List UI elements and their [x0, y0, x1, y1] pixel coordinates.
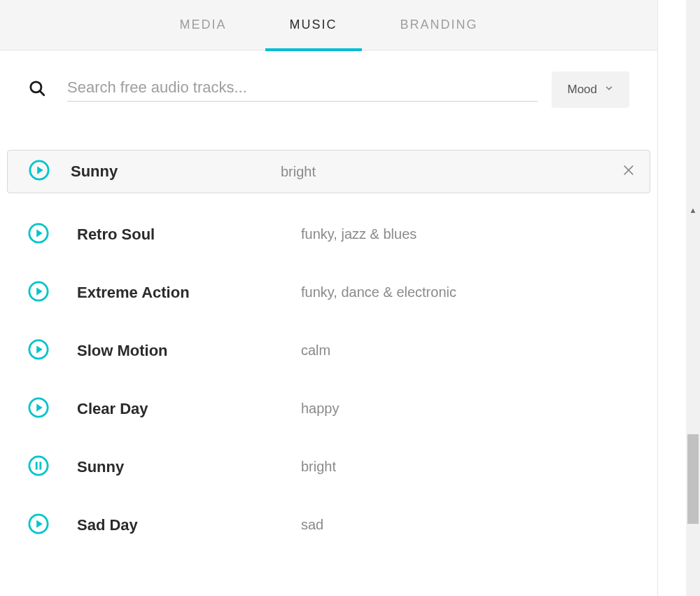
track-tags: sad [301, 517, 323, 533]
tab-media[interactable]: MEDIA [179, 0, 226, 50]
svg-rect-17 [36, 462, 38, 469]
top-tabs: MEDIA MUSIC BRANDING [0, 0, 657, 50]
svg-line-1 [40, 91, 44, 95]
search-icon [28, 79, 46, 100]
svg-point-16 [29, 456, 48, 474]
tab-branding[interactable]: BRANDING [400, 0, 478, 50]
track-list: Ofelia's Dream sad Retro Soul funky, jaz… [0, 190, 657, 596]
selected-track-bar[interactable]: Sunny bright [7, 150, 650, 193]
track-title: Clear Day [77, 400, 301, 418]
search-input[interactable] [67, 78, 538, 97]
track-title: Extreme Action [77, 284, 301, 302]
search-row: Mood [0, 50, 657, 122]
track-tags: funky, dance & electronic [301, 284, 456, 300]
page-scrollbar[interactable]: ▲ [686, 0, 700, 596]
track-row[interactable]: Retro Soul funky, jazz & blues [0, 205, 657, 263]
selected-track-title: Sunny [71, 162, 281, 181]
track-row[interactable]: Sad Day sad [0, 496, 657, 554]
mood-filter-button[interactable]: Mood [552, 71, 629, 108]
play-icon[interactable] [28, 281, 49, 305]
close-icon[interactable] [622, 163, 636, 180]
track-row[interactable]: Extreme Action funky, dance & electronic [0, 263, 657, 321]
svg-marker-9 [36, 229, 42, 237]
play-icon[interactable] [29, 160, 50, 183]
track-tags: calm [301, 342, 330, 359]
track-row[interactable]: Ofelia's Dream sad [0, 190, 657, 205]
svg-marker-15 [36, 403, 42, 411]
mood-filter-label: Mood [567, 83, 597, 97]
scrollbar-thumb[interactable] [687, 434, 699, 524]
selected-track-tags: bright [281, 164, 622, 180]
svg-marker-20 [36, 520, 42, 527]
track-title: Sad Day [77, 516, 301, 534]
play-icon[interactable] [28, 397, 49, 421]
track-row[interactable]: Slow Motion calm [0, 321, 657, 380]
svg-marker-13 [36, 345, 42, 353]
chevron-down-icon [604, 83, 614, 97]
track-tags: bright [301, 459, 336, 475]
track-row[interactable]: Sunny bright [0, 438, 657, 496]
track-title: Retro Soul [77, 226, 301, 244]
play-icon[interactable] [28, 513, 49, 537]
play-icon[interactable] [28, 223, 49, 247]
track-title: Slow Motion [77, 342, 301, 360]
track-title: Sunny [77, 458, 301, 476]
track-tags: happy [301, 401, 340, 417]
track-tags: funky, jazz & blues [301, 226, 416, 242]
tab-music[interactable]: MUSIC [290, 0, 337, 50]
svg-marker-11 [36, 287, 42, 295]
svg-rect-18 [39, 462, 41, 469]
play-icon[interactable] [28, 339, 49, 363]
track-row[interactable]: Clear Day happy [0, 380, 657, 438]
search-input-wrap [67, 78, 538, 102]
pause-icon[interactable] [28, 455, 49, 479]
scroll-up-arrow-icon[interactable]: ▲ [686, 203, 700, 217]
svg-marker-3 [37, 166, 43, 174]
